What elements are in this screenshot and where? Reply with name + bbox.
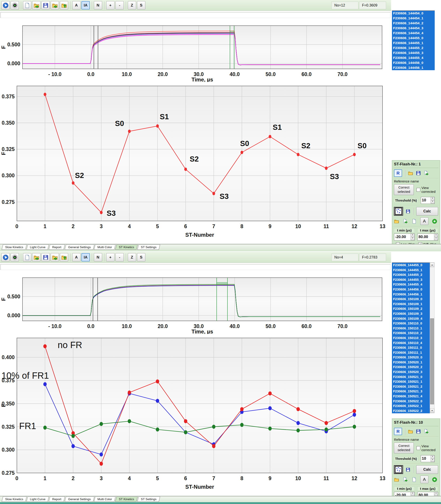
tab-st-kinetics[interactable]: ST Kinetics xyxy=(115,245,138,250)
go-arrow-icon[interactable] xyxy=(432,219,437,224)
file-list-item[interactable]: F230606_150522_0 xyxy=(392,399,430,404)
scatter-preview-button[interactable] xyxy=(394,465,403,474)
calc-button[interactable]: Calc xyxy=(416,207,438,216)
scroll-up-icon[interactable]: ▲ xyxy=(430,263,434,267)
time-course-chart[interactable]: - 10.00.010.020.030.040.050.060.070.00.0… xyxy=(0,271,391,334)
toolbar-button-a[interactable]: A xyxy=(72,1,80,9)
file-list-item[interactable]: F230606_144455_2 xyxy=(392,46,435,50)
file-list-item[interactable]: F230606_144454_1 xyxy=(392,16,435,21)
toolbar-button-n[interactable]: N xyxy=(94,253,102,261)
export-button[interactable] xyxy=(60,253,68,261)
open-folder-icon[interactable] xyxy=(394,477,399,482)
file-list-item[interactable]: F230606_144456_1 xyxy=(392,65,435,70)
toolbar-button-ia[interactable]: IA xyxy=(81,253,90,261)
save-icon[interactable] xyxy=(416,429,421,434)
scatter-preview-button[interactable] xyxy=(394,207,403,216)
import-button[interactable] xyxy=(51,253,59,261)
open-folder-icon[interactable] xyxy=(394,219,399,224)
toolbar-button-a[interactable]: A xyxy=(72,253,80,261)
export-icon[interactable] xyxy=(403,219,408,224)
scrollbar-thumb[interactable] xyxy=(430,318,434,404)
file-list-item[interactable]: F230606_144454_2 xyxy=(392,21,435,26)
scroll-down-icon[interactable]: ▼ xyxy=(430,408,434,413)
threshold-value[interactable]: 10 xyxy=(421,197,431,204)
toolbar-button-z[interactable]: Z xyxy=(128,253,136,261)
file-list-item[interactable]: F230606_150521_3 xyxy=(392,389,430,394)
comment-field[interactable] xyxy=(0,264,391,270)
spinner-arrows[interactable]: ▲▼ xyxy=(431,197,434,204)
file-list-item[interactable]: F230606_150109_1 xyxy=(392,302,430,307)
file-list-item[interactable]: F230606_150521_2 xyxy=(392,384,430,389)
new-page-icon[interactable] xyxy=(411,219,417,224)
file-list-item[interactable]: F230606_150522_1 xyxy=(392,404,430,409)
tab-report[interactable]: Report xyxy=(48,245,65,250)
file-list-item[interactable]: F230606_144454_3 xyxy=(392,26,435,31)
new-file-button[interactable] xyxy=(23,253,31,261)
new-page-icon[interactable] xyxy=(411,477,417,482)
new-file-button[interactable] xyxy=(23,1,31,9)
tab-multi-color[interactable]: Multi Color xyxy=(94,497,116,502)
file-list-item[interactable]: F230606_150109_3 xyxy=(392,311,430,316)
auto-scale-button[interactable]: A xyxy=(420,476,428,483)
play-button[interactable] xyxy=(1,253,10,261)
tab-st-kinetics[interactable]: ST Kinetics xyxy=(115,497,138,502)
save-icon[interactable] xyxy=(406,209,410,214)
file-list-item[interactable]: F230606_150109_2 xyxy=(392,306,430,311)
time-course-chart[interactable]: - 10.00.010.020.030.040.050.060.070.00.0… xyxy=(0,19,391,82)
file-list-item[interactable]: F230606_150111_1 xyxy=(392,350,430,355)
spinner-arrows[interactable]: ▲▼ xyxy=(431,456,434,462)
spinner-arrows[interactable]: ▲▼ xyxy=(411,234,414,240)
file-list-item[interactable]: F230606_150520_0 xyxy=(392,355,430,360)
file-list-item[interactable]: F230606_144455_3 xyxy=(392,50,435,55)
tmax-value[interactable]: 80.00 xyxy=(418,234,434,240)
reference-mode-button[interactable]: R xyxy=(394,428,402,435)
file-list-item[interactable]: F230606_144455_1 xyxy=(392,268,430,273)
file-list-item[interactable]: F230606_144454_4 xyxy=(392,31,435,35)
toolbar-button-s[interactable]: S xyxy=(137,253,145,261)
save-button[interactable] xyxy=(41,253,50,261)
file-list-item[interactable]: F230606_150520_2 xyxy=(392,365,430,370)
view-corrected-checkbox[interactable] xyxy=(416,188,420,192)
spinner-arrows[interactable]: ▲▼ xyxy=(434,234,438,240)
file-list-item[interactable]: F230606_144456_0 xyxy=(392,60,435,65)
file-list-item[interactable]: F230606_150110_1 xyxy=(392,326,430,331)
tmin-spinner[interactable]: -20.00▲▼ xyxy=(394,234,415,240)
file-list-item[interactable]: F230606_144455_4 xyxy=(392,282,430,287)
toolbar-button-ia[interactable]: IA xyxy=(81,1,90,9)
tab-general-settings[interactable]: General Settings xyxy=(64,497,94,502)
file-list-item[interactable]: F230606_150110_3 xyxy=(392,336,430,341)
comment-field[interactable] xyxy=(0,12,391,18)
export-icon[interactable] xyxy=(424,171,429,176)
toolbar-button-minus[interactable]: - xyxy=(115,1,124,9)
file-list-item[interactable]: F230606_144456_1 xyxy=(392,292,430,297)
tab-general-settings[interactable]: General Settings xyxy=(64,245,94,250)
file-list-item[interactable]: F230606_150522_2 xyxy=(392,409,430,413)
open-file-button[interactable] xyxy=(32,253,41,261)
file-list-item[interactable]: F230606_150520_1 xyxy=(392,360,430,365)
tab-multi-color[interactable]: Multi Color xyxy=(94,245,116,250)
tab-st-settings[interactable]: ST Settings xyxy=(137,497,160,502)
tab-report[interactable]: Report xyxy=(48,497,65,502)
file-list-scrollbar[interactable]: ▲ ▼ xyxy=(430,262,434,413)
tab-slow-kinetics[interactable]: Slow Kinetics xyxy=(1,497,27,502)
st-number-chart[interactable]: 0123456789101112130.2750.3000.3250.3500.… xyxy=(0,83,391,243)
calc-button[interactable]: Calc xyxy=(416,465,438,474)
save-icon[interactable] xyxy=(406,467,410,472)
st-number-chart[interactable]: 0123456789101112130.2750.3000.3250.3500.… xyxy=(0,335,391,495)
file-list-item[interactable]: F230606_144455_4 xyxy=(392,55,435,60)
save-button[interactable] xyxy=(41,1,50,9)
correct-selected-button[interactable]: Correct selected xyxy=(394,442,414,453)
tab-st-settings[interactable]: ST Settings xyxy=(137,245,160,250)
file-list-item[interactable]: F230606_150110_0 xyxy=(392,321,430,326)
toolbar-button-plus[interactable]: + xyxy=(106,1,114,9)
record-button[interactable] xyxy=(11,1,19,9)
file-list-item[interactable]: F230606_144455_1 xyxy=(392,41,435,46)
open-folder-icon[interactable] xyxy=(408,429,413,434)
file-list-item[interactable]: F230606_144455_0 xyxy=(392,263,430,268)
open-file-button[interactable] xyxy=(32,1,41,9)
file-list-item[interactable]: F230606_150110_2 xyxy=(392,331,430,336)
import-button[interactable] xyxy=(51,1,59,9)
auto-scale-button[interactable]: A xyxy=(420,217,428,225)
file-list-item[interactable]: F230606_150521_0 xyxy=(392,375,430,379)
tab-light-curve[interactable]: Light Curve xyxy=(26,497,49,502)
